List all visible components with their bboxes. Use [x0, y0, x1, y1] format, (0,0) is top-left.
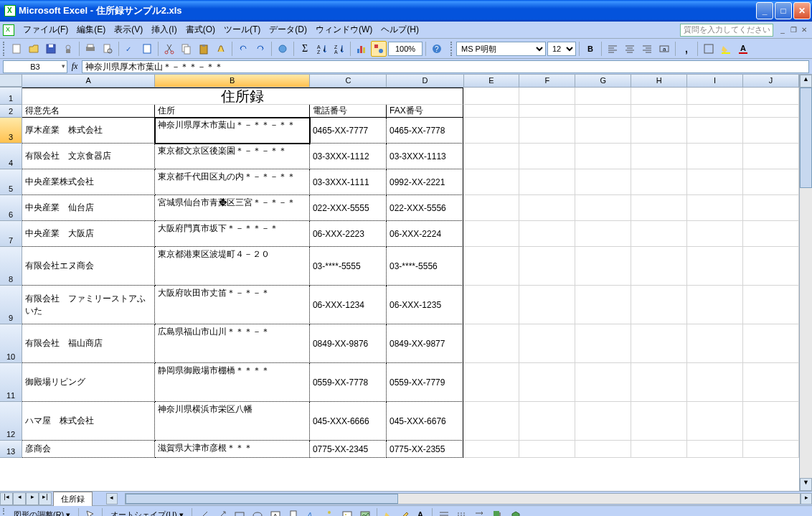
- help-button[interactable]: ?: [429, 41, 445, 57]
- cell[interactable]: [687, 144, 743, 169]
- cell[interactable]: [631, 363, 687, 402]
- row-header-9[interactable]: 9: [0, 286, 22, 324]
- cut-button[interactable]: [161, 41, 177, 57]
- sort-desc-button[interactable]: ZA: [331, 41, 347, 57]
- cell-phone[interactable]: 0559-XX-7778: [310, 363, 387, 402]
- cell[interactable]: [631, 402, 687, 441]
- cell[interactable]: [743, 118, 799, 144]
- doc-close-button[interactable]: ✕: [799, 25, 809, 35]
- cell-address[interactable]: 東京都文京区後楽園＊－＊－＊＊: [155, 144, 310, 169]
- header-fax[interactable]: FAX番号: [387, 105, 463, 118]
- align-center-button[interactable]: [622, 41, 638, 57]
- cell[interactable]: [631, 247, 687, 286]
- menu-insert[interactable]: 挿入(I): [147, 22, 181, 37]
- line-button[interactable]: [196, 507, 212, 517]
- paste-button[interactable]: [196, 41, 212, 57]
- column-header-A[interactable]: A: [22, 75, 155, 87]
- textbox-button[interactable]: A: [268, 507, 283, 517]
- wordart-button[interactable]: A: [303, 507, 319, 517]
- hyperlink-button[interactable]: [275, 41, 291, 57]
- row-header-4[interactable]: 4: [0, 144, 22, 169]
- cell[interactable]: [519, 195, 575, 221]
- row-header-10[interactable]: 10: [0, 324, 22, 363]
- drawing-menu[interactable]: 図形の調整(R) ▾: [9, 508, 75, 516]
- cell-fax[interactable]: 0849-XX-9877: [387, 324, 463, 363]
- undo-button[interactable]: [235, 41, 251, 57]
- cell[interactable]: [519, 144, 575, 169]
- cell[interactable]: [575, 441, 631, 458]
- cell[interactable]: [519, 324, 575, 363]
- align-right-button[interactable]: [639, 41, 655, 57]
- select-all-corner[interactable]: [0, 75, 22, 87]
- cell[interactable]: [687, 169, 743, 195]
- cell-address[interactable]: 宮城県仙台市青葉区三宮＊－＊－＊: [155, 195, 310, 221]
- cell[interactable]: [463, 88, 519, 105]
- cell[interactable]: [631, 169, 687, 195]
- column-header-J[interactable]: J: [743, 75, 799, 87]
- cell[interactable]: [743, 402, 799, 441]
- line-color-button[interactable]: [399, 509, 410, 517]
- cell-name[interactable]: 中央産業株式会社: [22, 169, 155, 195]
- column-header-B[interactable]: B: [155, 75, 310, 87]
- cell[interactable]: [687, 88, 743, 105]
- menu-file[interactable]: ファイル(F): [19, 22, 72, 37]
- cell[interactable]: [743, 286, 799, 324]
- column-header-H[interactable]: H: [631, 75, 687, 87]
- tab-next-button[interactable]: ▸: [26, 492, 39, 505]
- cell[interactable]: [687, 247, 743, 286]
- cell[interactable]: [575, 169, 631, 195]
- vertical-scrollbar[interactable]: ▲ ▼: [799, 75, 812, 491]
- name-box[interactable]: B3: [3, 60, 67, 73]
- cell-phone[interactable]: 03-3XXX-1112: [310, 144, 387, 169]
- cell[interactable]: [575, 221, 631, 247]
- minimize-button[interactable]: _: [756, 2, 773, 19]
- cell-name[interactable]: 彦商会: [22, 441, 155, 458]
- excel-doc-icon[interactable]: [3, 24, 14, 36]
- tab-last-button[interactable]: ▸|: [39, 492, 52, 505]
- cell-address[interactable]: 東京都港東区波堤町４－２０: [155, 247, 310, 286]
- cell[interactable]: [519, 363, 575, 402]
- dash-style-button[interactable]: [454, 507, 470, 517]
- cell[interactable]: [519, 105, 575, 118]
- row-header-11[interactable]: 11: [0, 363, 22, 402]
- row-header-5[interactable]: 5: [0, 169, 22, 195]
- cell[interactable]: [575, 402, 631, 441]
- cell[interactable]: [743, 105, 799, 118]
- diagram-button[interactable]: [321, 507, 337, 517]
- cell[interactable]: [575, 88, 631, 105]
- cell-fax[interactable]: 03-3XXX-1113: [387, 144, 463, 169]
- cell-name[interactable]: 有限会社 文京食器店: [22, 144, 155, 169]
- rectangle-button[interactable]: [232, 507, 247, 517]
- cell-phone[interactable]: 06-XXX-1234: [310, 286, 387, 324]
- cell[interactable]: [575, 195, 631, 221]
- row-header-8[interactable]: 8: [0, 247, 22, 286]
- cell[interactable]: [575, 286, 631, 324]
- redo-button[interactable]: [252, 41, 268, 57]
- cell[interactable]: [743, 363, 799, 402]
- research-button[interactable]: [139, 41, 155, 57]
- cell[interactable]: [687, 118, 743, 144]
- cell[interactable]: [631, 441, 687, 458]
- tab-prev-button[interactable]: ◂: [13, 492, 26, 505]
- cell[interactable]: [519, 402, 575, 441]
- cell[interactable]: [463, 286, 519, 324]
- cell[interactable]: [575, 247, 631, 286]
- header-address[interactable]: 住所: [155, 105, 310, 118]
- cell-phone[interactable]: 0465-XX-7777: [310, 118, 387, 144]
- row-header-7[interactable]: 7: [0, 221, 22, 247]
- cell[interactable]: [463, 118, 519, 144]
- cell[interactable]: [743, 88, 799, 105]
- cell[interactable]: [631, 105, 687, 118]
- cell[interactable]: [687, 441, 743, 458]
- cell[interactable]: [463, 105, 519, 118]
- horizontal-scrollbar[interactable]: [125, 493, 801, 505]
- cell[interactable]: [743, 441, 799, 458]
- cell-address[interactable]: 神奈川県厚木市葉山＊－＊＊－＊＊: [155, 118, 310, 144]
- copy-button[interactable]: [179, 41, 194, 57]
- fill-color-button[interactable]: [718, 41, 734, 57]
- cell-address[interactable]: 広島県福山市山川＊＊＊－＊: [155, 324, 310, 363]
- cell[interactable]: [743, 324, 799, 363]
- cell-phone[interactable]: 0775-XX-2345: [310, 441, 387, 458]
- cell[interactable]: [575, 363, 631, 402]
- scroll-up-button[interactable]: ▲: [800, 75, 812, 88]
